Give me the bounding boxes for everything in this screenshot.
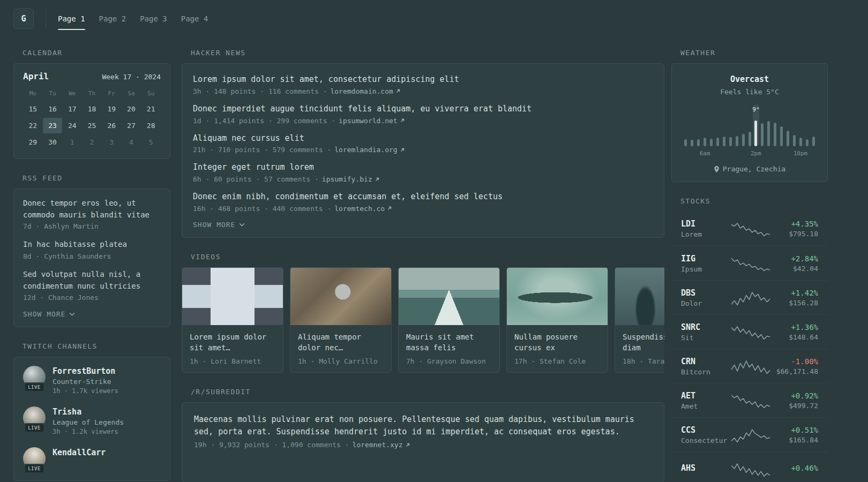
- hackernews-item-meta: 21h · 710 points · 579 comments · loreml…: [193, 146, 653, 154]
- calendar-header: April Week 17 · 2024: [23, 71, 161, 81]
- hackernews-item-title[interactable]: Donec enim nibh, condimentum et accumsan…: [193, 191, 653, 203]
- calendar-date: 29: [23, 134, 43, 150]
- weather-bar: [772, 104, 779, 146]
- stock-ticker: SNRC: [681, 322, 728, 332]
- subreddit-post-domain[interactable]: loremnet.xyz: [353, 441, 410, 449]
- domain-label: loremlandia.org: [334, 146, 397, 154]
- twitch-widget-title: TWITCH CHANNELS: [23, 342, 170, 350]
- stock-change: +0.51%: [791, 426, 818, 434]
- domain-label: ipsumify.biz: [322, 175, 372, 183]
- stock-ticker: AET: [681, 391, 728, 401]
- hackernews-item-domain[interactable]: ipsumworld.net: [339, 117, 405, 125]
- tab-page-4[interactable]: Page 4: [181, 0, 208, 37]
- calendar-day-header: Mo: [23, 90, 43, 97]
- hackernews-item: Lorem ipsum dolor sit amet, consectetur …: [193, 74, 653, 95]
- weather-axis-label: [721, 150, 728, 157]
- hackernews-item-meta: 3h · 148 points · 116 comments · loremdo…: [193, 87, 653, 95]
- video-card[interactable]: Suspendisse magna diam 18h · Tara: [615, 267, 664, 373]
- stock-sparkline: [731, 427, 770, 443]
- rss-item-title[interactable]: In hac habitasse platea: [23, 239, 161, 251]
- calendar-day-header: Th: [82, 90, 102, 97]
- calendar-week-label: Week 17 · 2024: [102, 73, 161, 81]
- weather-axis-label: [715, 150, 721, 157]
- video-card[interactable]: Aliquam tempor dolor nec pharetra… 1h · …: [290, 267, 392, 373]
- rss-item-title[interactable]: Sed volutpat nulla nisl, a condimentum n…: [23, 269, 161, 292]
- stock-row[interactable]: CRN Bitcorn -1.00% $66,171.48: [671, 349, 828, 383]
- stock-price: $165.84: [789, 436, 818, 444]
- video-card[interactable]: Nullam posuere cursus ex 17h · Stefan Co…: [506, 267, 608, 373]
- tab-page-2[interactable]: Page 2: [99, 0, 126, 37]
- weather-bar: [708, 104, 715, 146]
- video-card[interactable]: Lorem ipsum dolor sit amet consectetu… 1…: [182, 267, 283, 373]
- stock-identity: IIG Ipsum: [681, 254, 728, 273]
- weather-axis-label: 6am: [701, 150, 708, 157]
- weather-location: Prague, Czechia: [682, 165, 818, 173]
- stock-sparkline: [731, 290, 770, 306]
- subreddit-post-stats: 19h · 9,932 points · 1,090 comments ·: [194, 441, 349, 449]
- stock-identity: AET Amet: [681, 391, 728, 410]
- subreddit-card: Maecenas mollis pulvinar erat non posuer…: [182, 402, 664, 482]
- stock-row[interactable]: CCS Consectetur +0.51% $165.84: [671, 417, 828, 451]
- stock-row[interactable]: LDI Lorem +4.35% $795.18: [671, 212, 828, 246]
- calendar-day-headers: Mo Tu We Th Fr Sa Su: [23, 90, 161, 97]
- hackernews-item-domain[interactable]: loremlandia.org: [334, 146, 405, 154]
- tab-page-3[interactable]: Page 3: [140, 0, 167, 37]
- weather-bar-highlighted: 9°: [753, 104, 759, 146]
- rss-item-title[interactable]: Donec tempor eros leo, ut commodo mauris…: [23, 198, 161, 221]
- calendar-card: April Week 17 · 2024 Mo Tu We Th Fr Sa S…: [13, 63, 170, 159]
- hackernews-item-title[interactable]: Integer eget rutrum lorem: [193, 162, 653, 174]
- chevron-down-icon: [69, 312, 75, 316]
- stock-row[interactable]: AET Amet +0.92% $499.72: [671, 383, 828, 417]
- app-logo: G: [13, 9, 34, 29]
- video-title: Lorem ipsum dolor sit amet consectetu…: [190, 332, 275, 353]
- stock-row[interactable]: DBS Dolor +1.42% $156.28: [671, 280, 828, 314]
- weather-axis-label: [683, 150, 689, 157]
- rss-show-more-button[interactable]: SHOW MORE: [23, 310, 75, 318]
- chevron-down-icon: [239, 223, 245, 227]
- rss-item: Donec tempor eros leo, ut commodo mauris…: [23, 198, 161, 230]
- hackernews-item-domain[interactable]: loremtech.co: [334, 205, 392, 213]
- tab-page-1[interactable]: Page 1: [58, 0, 85, 37]
- videos-strip[interactable]: Lorem ipsum dolor sit amet consectetu… 1…: [182, 267, 664, 373]
- weather-axis-label: [734, 150, 740, 157]
- weather-highlight-temp: 9°: [752, 106, 759, 113]
- hackernews-item-domain[interactable]: ipsumify.biz: [322, 175, 380, 183]
- hackernews-item-title[interactable]: Lorem ipsum dolor sit amet, consectetur …: [193, 74, 653, 86]
- calendar-date: 26: [102, 118, 122, 133]
- twitch-channel-meta: 3h · 1.2k viewers: [53, 428, 124, 435]
- stocks-list: LDI Lorem +4.35% $795.18 IIG Ipsum: [671, 212, 828, 482]
- stock-values: +0.51% $165.84: [774, 426, 818, 444]
- weather-axis-label: [766, 150, 772, 157]
- stock-row[interactable]: SNRC Sit +1.36% $148.64: [671, 314, 828, 349]
- twitch-channel[interactable]: LIVE KendallCarr: [23, 447, 161, 470]
- video-card[interactable]: Mauris sit amet massa felis 7h · Grayson…: [398, 267, 500, 373]
- twitch-channel[interactable]: LIVE ForrestBurton Counter-Strike 1h · 1…: [23, 366, 161, 395]
- stock-row[interactable]: AHS +0.46%: [671, 451, 828, 482]
- twitch-channel[interactable]: LIVE Trisha League of Legends 3h · 1.2k …: [23, 406, 161, 435]
- weather-bar: [695, 104, 702, 146]
- calendar-date: 28: [141, 118, 161, 133]
- stock-name: Consectetur: [681, 436, 728, 445]
- twitch-channel-info: ForrestBurton Counter-Strike 1h · 1.7k v…: [53, 366, 118, 395]
- calendar-date: 20: [122, 101, 141, 117]
- stock-row[interactable]: IIG Ipsum +2.84% $42.04: [671, 246, 828, 280]
- stock-change: +4.35%: [791, 220, 818, 228]
- hackernews-item-title[interactable]: Aliquam nec cursus elit: [193, 133, 653, 145]
- stock-ticker: LDI: [681, 219, 728, 229]
- left-column: CALENDAR April Week 17 · 2024 Mo Tu We T…: [13, 49, 170, 482]
- hackernews-item-domain[interactable]: loremdomain.com: [330, 87, 400, 95]
- twitch-channel-info: KendallCarr: [53, 447, 106, 461]
- video-thumbnail: [507, 268, 608, 325]
- weather-axis-label: 2pm: [752, 150, 759, 157]
- weather-condition: Overcast: [682, 74, 818, 84]
- subreddit-post-title[interactable]: Maecenas mollis pulvinar erat non posuer…: [194, 413, 652, 438]
- weather-axis-label: [759, 150, 766, 157]
- stock-change: +2.84%: [791, 254, 818, 263]
- twitch-channel-name: KendallCarr: [53, 448, 106, 457]
- hackernews-show-more-button[interactable]: SHOW MORE: [193, 221, 245, 229]
- calendar-day-header: Sa: [122, 90, 141, 97]
- calendar-date: 19: [102, 101, 122, 117]
- external-link-icon: [375, 177, 380, 182]
- weather-bar: [702, 104, 708, 146]
- hackernews-item-title[interactable]: Donec imperdiet augue tincidunt felis al…: [193, 103, 653, 115]
